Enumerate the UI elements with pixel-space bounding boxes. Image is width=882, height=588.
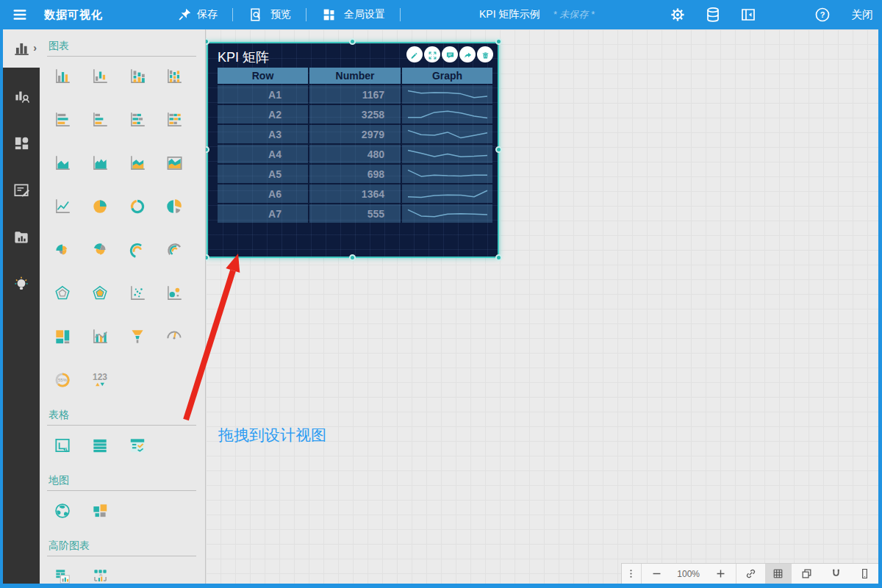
row-label: A5	[218, 165, 308, 183]
palette-icon-donut-basic[interactable]	[128, 197, 147, 216]
row-label: A7	[218, 204, 308, 223]
column-header: Graph	[402, 68, 492, 84]
zoom-out-button[interactable]	[642, 564, 672, 584]
resize-handle[interactable]	[495, 146, 502, 153]
column-header: Number	[309, 68, 401, 84]
grid-toggle-icon[interactable]	[765, 564, 791, 584]
palette-icon-rose-1[interactable]	[53, 240, 72, 259]
widget-tool-expand[interactable]	[424, 46, 440, 62]
section-divider	[47, 425, 196, 426]
palette-icon-kpi-number[interactable]: 123	[90, 370, 110, 390]
resize-handle[interactable]	[495, 38, 502, 45]
palette-icon-kpi-matrix[interactable]	[128, 436, 147, 455]
palette-icon-area-stack[interactable]	[128, 154, 147, 173]
palette-icon-bar-2[interactable]	[90, 110, 110, 129]
zoom-in-button[interactable]	[705, 564, 735, 584]
palette-icon-radar-filled[interactable]	[90, 284, 110, 303]
row-label: A3	[218, 125, 308, 143]
sidebar-item-chart-user[interactable]	[3, 78, 40, 115]
palette-icon-cell-chart[interactable]	[90, 567, 110, 584]
widget-tool-pencil[interactable]	[406, 46, 423, 62]
palette-icon-radial-2[interactable]	[165, 240, 184, 259]
palette-icon-area-basic[interactable]	[53, 154, 72, 173]
database-icon[interactable]	[704, 6, 722, 24]
table-row: A4480	[218, 145, 491, 163]
row-label: A2	[218, 105, 308, 123]
row-label: A1	[218, 85, 308, 104]
palette-icon-treemap[interactable]	[53, 327, 72, 346]
window-border-right	[878, 29, 882, 588]
row-sparkline	[402, 165, 492, 183]
palette-section-title: 图表	[49, 40, 196, 53]
resize-handle[interactable]	[349, 254, 356, 261]
resize-handle[interactable]	[349, 38, 356, 45]
save-button[interactable]: 保存	[193, 8, 222, 21]
sidebar-item-ideas[interactable]	[3, 266, 40, 303]
link-icon[interactable]	[736, 564, 765, 584]
palette-icon-scatter[interactable]	[128, 284, 147, 303]
palette-icon-world-map[interactable]	[53, 501, 72, 520]
help-icon[interactable]: ?	[814, 6, 831, 24]
palette-icon-table-chart[interactable]	[53, 567, 72, 584]
table-row: A11167	[218, 85, 491, 104]
row-number: 1167	[309, 85, 401, 104]
widget-toolbar	[406, 46, 493, 62]
palette-icon-combo[interactable]	[90, 327, 110, 346]
palette-icon-radar[interactable]	[53, 284, 72, 303]
snap-magnet-icon[interactable]	[822, 564, 850, 584]
more-options-icon[interactable]	[622, 564, 641, 584]
preview-button[interactable]: 预览	[243, 7, 295, 23]
palette-icon-col-stacked[interactable]	[128, 67, 147, 86]
row-number: 1364	[309, 184, 401, 203]
sidebar-item-folder[interactable]	[3, 219, 40, 256]
palette-section-title: 地图	[49, 474, 196, 487]
palette-icon-pie-basic[interactable]	[90, 197, 110, 216]
palette-icon-radial-1[interactable]	[128, 240, 147, 259]
palette-icon-funnel[interactable]	[128, 327, 147, 346]
palette-icon-tile-map[interactable]	[90, 501, 110, 520]
palette-icon-col-basic[interactable]	[53, 67, 72, 86]
layers-icon[interactable]	[792, 564, 822, 584]
palette-icon-crosstab[interactable]	[53, 436, 72, 455]
palette-icon-line-basic[interactable]	[53, 197, 72, 216]
chart-palette-panel: 图表55%123表格地图高阶图表	[40, 29, 206, 584]
widget-tool-comment[interactable]	[442, 46, 458, 62]
window-border-left	[0, 29, 3, 588]
palette-icon-bar-basic[interactable]	[53, 110, 72, 129]
sidebar-item-components[interactable]	[3, 125, 40, 162]
palette-icon-percent-donut[interactable]: 55%	[53, 370, 72, 390]
kpi-table: RowNumberGraph A11167A23258A32979A4480A5…	[218, 68, 491, 224]
palette-icon-bubble[interactable]	[165, 284, 184, 303]
row-number: 3258	[309, 105, 401, 123]
zoom-level: 100%	[672, 569, 705, 579]
widget-tool-trash[interactable]	[477, 46, 493, 62]
close-button[interactable]: 关闭	[851, 8, 873, 22]
palette-icon-bar-stacked[interactable]	[128, 110, 147, 129]
palette-icon-bar-stacked-2[interactable]	[165, 110, 184, 129]
palette-icon-col-2[interactable]	[90, 67, 110, 86]
palette-icon-gauge[interactable]	[165, 327, 184, 346]
widget-tool-share[interactable]	[459, 46, 476, 62]
sidebar-item-form[interactable]	[3, 172, 40, 209]
table-row: A5698	[218, 165, 491, 183]
components-icon	[12, 134, 31, 153]
row-number: 2979	[309, 125, 401, 143]
section-divider	[47, 56, 196, 57]
chart-user-icon	[12, 87, 31, 106]
bulb-icon	[12, 275, 31, 294]
palette-icon-area-framed[interactable]	[165, 154, 184, 173]
mobile-preview-icon[interactable]	[851, 564, 878, 584]
global-settings-button[interactable]: 全局设置	[317, 7, 390, 23]
pin-icon[interactable]	[176, 7, 193, 23]
panel-toggle-icon[interactable]	[739, 6, 757, 24]
palette-icon-rose-2[interactable]	[90, 240, 110, 259]
palette-icon-table[interactable]	[90, 436, 110, 455]
palette-icon-col-stacked-2[interactable]	[165, 67, 184, 86]
palette-icon-area-2[interactable]	[90, 154, 110, 173]
menu-icon[interactable]	[10, 7, 29, 23]
sidebar-item-charts[interactable]: ›	[3, 29, 40, 68]
palette-icon-pie-rich[interactable]	[165, 197, 184, 216]
resize-handle[interactable]	[495, 254, 502, 261]
gear-icon[interactable]	[669, 6, 686, 24]
kpi-matrix-widget[interactable]: KPI 矩阵 RowNumberGraph A11167A23258A32979…	[207, 42, 499, 258]
